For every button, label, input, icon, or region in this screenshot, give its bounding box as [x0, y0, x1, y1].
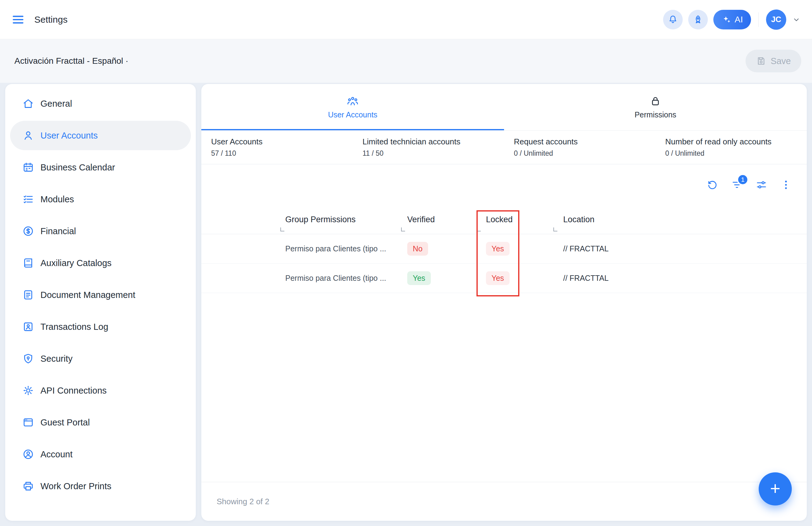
top-bar: Settings AI JC	[0, 0, 812, 39]
sidebar-item-label: Financial	[41, 226, 76, 236]
menu-icon[interactable]	[11, 13, 25, 27]
stat-value: 57 / 110	[211, 149, 353, 158]
sidebar-item-label: Auxiliary Catalogs	[41, 258, 112, 268]
column-group-permissions[interactable]: Group Permissions	[280, 205, 401, 234]
company-title: Activación Fracttal - Español ·	[14, 56, 128, 66]
locked-badge: Yes	[486, 271, 510, 285]
sidebar-item-work-order-prints[interactable]: Work Order Prints	[10, 471, 191, 501]
history-icon	[706, 179, 719, 191]
sidebar-item-modules[interactable]: Modules	[10, 185, 191, 214]
stat-limited-technician: Limited technician accounts 11 / 50	[353, 137, 504, 158]
group-icon	[347, 95, 359, 107]
sidebar-item-financial[interactable]: Financial	[10, 216, 191, 246]
column-location[interactable]: Location	[553, 205, 807, 234]
content-area: General User Accounts Business Calendar …	[5, 84, 807, 521]
stat-label: User Accounts	[211, 137, 353, 146]
sparkle-icon	[721, 14, 732, 25]
columns-settings-button[interactable]	[755, 179, 768, 191]
tab-user-accounts[interactable]: User Accounts	[201, 84, 504, 130]
checklist-icon	[22, 193, 34, 205]
user-accounts-panel: User Accounts Permissions User Accounts …	[201, 84, 807, 521]
more-options-button[interactable]	[780, 179, 792, 191]
rocket-icon	[693, 14, 704, 25]
lock-icon	[649, 95, 662, 107]
gear-icon	[22, 384, 34, 397]
save-button[interactable]: Save	[745, 49, 801, 72]
avatar-initials: JC	[771, 15, 781, 24]
table-row[interactable]: Permiso para Clientes (tipo ... Yes Yes …	[201, 264, 807, 293]
ai-label: AI	[735, 15, 743, 25]
add-user-button[interactable]: +	[759, 472, 792, 506]
stat-value: 0 / Unlimited	[514, 149, 655, 158]
ai-assistant-button[interactable]: AI	[713, 10, 751, 29]
sidebar-item-business-calendar[interactable]: Business Calendar	[10, 153, 191, 182]
sidebar-item-user-accounts[interactable]: User Accounts	[10, 121, 191, 150]
home-icon	[22, 98, 34, 110]
table-row[interactable]: Permiso para Clientes (tipo ... No Yes /…	[201, 234, 807, 264]
stat-value: 11 / 50	[362, 149, 504, 158]
topbar-actions: AI JC	[663, 10, 801, 30]
showing-count: Showing 2 of 2	[217, 497, 269, 507]
page-title: Settings	[34, 14, 68, 25]
cell-location: // FRACTTAL	[553, 274, 807, 283]
sidebar-item-document-management[interactable]: Document Management	[10, 280, 191, 310]
sidebar-item-transactions-log[interactable]: Transactions Log	[10, 312, 191, 341]
column-locked[interactable]: Locked	[477, 205, 553, 234]
sidebar-item-label: Document Management	[41, 290, 135, 300]
avatar[interactable]: JC	[766, 10, 786, 30]
filter-button[interactable]: 1	[731, 179, 743, 191]
sidebar-item-label: User Accounts	[41, 131, 98, 141]
sidebar-item-label: Account	[41, 449, 73, 459]
tune-icon	[755, 179, 768, 191]
browser-icon	[22, 416, 34, 428]
table-footer: Showing 2 of 2	[201, 482, 807, 521]
plus-icon: +	[770, 480, 780, 497]
launcher-button[interactable]	[688, 10, 708, 29]
sidebar-item-api-connections[interactable]: API Connections	[10, 376, 191, 405]
sidebar-item-label: Work Order Prints	[41, 481, 112, 492]
tab-permissions[interactable]: Permissions	[504, 84, 807, 130]
stat-read-only-accounts: Number of read only accounts 0 / Unlimit…	[655, 137, 807, 158]
sidebar-item-label: General	[41, 99, 72, 109]
column-verified[interactable]: Verified	[401, 205, 477, 234]
stat-user-accounts: User Accounts 57 / 110	[201, 137, 353, 158]
topbar-divider	[758, 12, 759, 27]
sidebar-item-auxiliary-catalogs[interactable]: Auxiliary Catalogs	[10, 248, 191, 278]
calendar-icon	[22, 161, 34, 173]
sidebar-item-label: Business Calendar	[41, 162, 115, 173]
cell-group-permissions: Permiso para Clientes (tipo ...	[280, 244, 401, 253]
stat-label: Number of read only accounts	[665, 137, 807, 146]
save-icon	[756, 56, 766, 66]
sidebar-item-guest-portal[interactable]: Guest Portal	[10, 408, 191, 437]
stat-request-accounts: Request accounts 0 / Unlimited	[504, 137, 655, 158]
person-card-icon	[22, 321, 34, 333]
stat-value: 0 / Unlimited	[665, 149, 807, 158]
settings-sidebar: General User Accounts Business Calendar …	[5, 84, 196, 521]
tab-label: User Accounts	[328, 110, 377, 119]
chevron-down-icon[interactable]	[792, 15, 801, 24]
sidebar-item-label: Security	[41, 354, 73, 364]
dollar-circle-icon	[22, 225, 34, 237]
sidebar-item-account[interactable]: Account	[10, 440, 191, 469]
verified-badge: Yes	[407, 271, 431, 285]
sidebar-item-label: Modules	[41, 194, 74, 204]
stat-label: Request accounts	[514, 137, 655, 146]
locked-badge: Yes	[486, 242, 510, 256]
tab-bar: User Accounts Permissions	[201, 84, 807, 131]
sidebar-item-label: API Connections	[41, 386, 107, 396]
user-icon	[22, 129, 34, 142]
save-bar: Activación Fracttal - Español · Save	[0, 39, 812, 83]
sidebar-item-label: Guest Portal	[41, 417, 90, 428]
cell-group-permissions: Permiso para Clientes (tipo ...	[280, 274, 401, 283]
book-icon	[22, 257, 34, 269]
printer-icon	[22, 480, 34, 492]
filter-badge: 1	[737, 174, 749, 185]
notifications-button[interactable]	[663, 10, 683, 29]
cell-location: // FRACTTAL	[553, 244, 807, 253]
refresh-button[interactable]	[706, 179, 719, 191]
sidebar-item-general[interactable]: General	[10, 89, 191, 118]
tab-label: Permissions	[635, 110, 676, 119]
kebab-icon	[780, 179, 792, 191]
table-header: Group Permissions Verified Locked Locati…	[201, 205, 807, 234]
sidebar-item-security[interactable]: Security	[10, 344, 191, 373]
